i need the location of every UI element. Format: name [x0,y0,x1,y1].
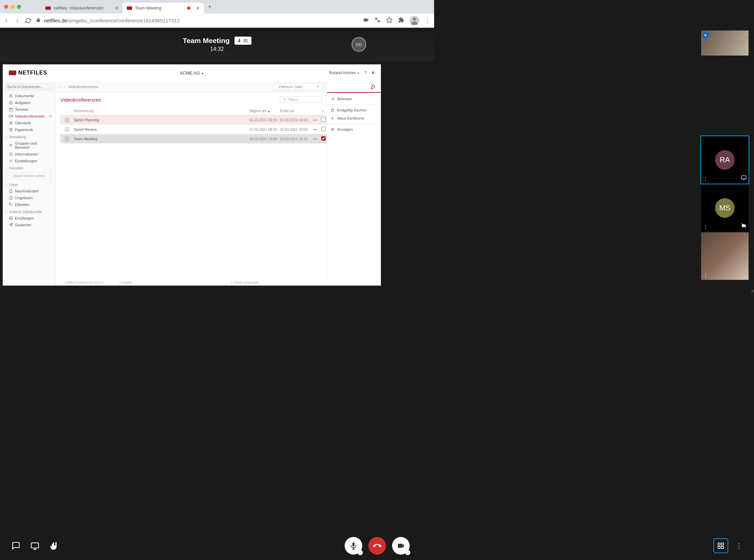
conference-timer: 14:32 [183,46,251,52]
col-name[interactable]: Bezeichnung [60,109,250,113]
translate-icon[interactable]: 文A [375,17,380,24]
svg-rect-7 [9,108,13,111]
close-tab-icon[interactable]: ✕ [115,5,119,11]
action-item[interactable]: Neue Konferenz [327,114,381,122]
profile-avatar[interactable] [410,16,419,25]
row-name: Sprint Planning [74,118,250,122]
tab-favicon [45,6,51,10]
sidebar-item[interactable]: Ungelesen [3,195,55,201]
row-menu-icon[interactable]: ••• [311,118,320,122]
sidebar-section[interactable]: Favoriten [3,164,55,171]
row-name: Sprint Review [74,127,250,132]
table-row[interactable]: Team Meeting03.03.2021 10:0003.03.2021 1… [60,134,327,144]
sidebar-item[interactable]: Aufgaben [3,99,55,106]
row-end: 15.03.2021 10:00 [280,127,311,132]
netfiles-logo[interactable]: NETFILES [9,70,47,76]
sidebar-item[interactable]: Videokonferenzen2 [3,113,55,120]
row-name: Team Meeting [74,137,250,141]
address-field[interactable]: netfiles.de/amgebu_/conference/conferenc… [36,18,358,23]
sidebar-section[interactable]: Externer Dateitransfer [3,208,55,215]
sidebar-item[interactable]: Dokumente [3,93,55,99]
status-bar: netfiles Professional v10.5.2 3 Objekte … [60,280,327,285]
user-menu[interactable]: Roland Ammer ▼ [329,71,360,75]
conference-title: Team Meeting [183,37,230,45]
row-menu-icon[interactable]: ••• [311,137,320,141]
svg-point-2 [413,17,416,20]
back-button[interactable] [3,18,9,24]
row-begin: 01.03.2021 09:30 [250,118,280,122]
sidebar-item[interactable]: Termine [3,106,55,113]
row-end: 03.03.2021 10:15 [280,137,311,141]
sidebar-item[interactable]: Empfangen [3,215,55,222]
browser-tab[interactable]: Team Meeting ✕ [123,3,204,14]
sidebar-item[interactable]: Übersicht [3,120,55,126]
participant-count-badge[interactable]: 4 [235,37,252,45]
breadcrumb-back-icon[interactable]: ‹ [60,85,61,89]
svg-point-9 [10,144,11,145]
help-icon[interactable]: ? [364,71,367,75]
action-item[interactable]: Anzeigen [327,125,381,134]
url-path: /amgebu_/conference/conference1614365117… [67,18,180,23]
col-begin[interactable]: Beginnt am ▲ [250,109,280,113]
browser-tab-bar: netfiles: Videokonferenzen ✕ Team Meetin… [0,0,434,14]
conference-icon [63,135,71,143]
max-window-btn[interactable] [17,5,21,9]
breadcrumb-forward-icon[interactable]: › [64,85,65,89]
sidebar-item[interactable]: Papierkorb [3,126,55,133]
camera-indicator-icon[interactable] [363,17,369,24]
sidebar-section[interactable]: Listen [3,181,55,188]
sidebar-item[interactable]: Neu/Geändert [3,188,55,195]
browser-tab[interactable]: netfiles: Videokonferenzen ✕ [41,3,123,14]
search-input[interactable] [5,83,53,91]
sidebar-item[interactable]: Gesendet [3,222,55,228]
svg-point-19 [66,138,68,139]
table-header: Bezeichnung Beginnt am ▲ Endet am ✓ [60,107,327,115]
breadcrumb[interactable]: Videokonferenzen [68,85,98,89]
svg-point-10 [11,144,12,145]
row-checkbox[interactable] [320,136,327,141]
sidebar-section[interactable]: Verwaltung [3,133,55,140]
conference-table: Bezeichnung Beginnt am ▲ Endet am ✓ Spri… [60,107,327,144]
timerange-select[interactable]: Zeitraum (alle)▼ [275,83,323,90]
close-tab-icon[interactable]: ✕ [196,5,200,11]
svg-point-4 [246,39,247,40]
extensions-icon[interactable] [398,17,404,24]
svg-text:A: A [378,20,379,22]
star-icon[interactable] [386,17,393,25]
sidebar-item[interactable]: Gruppen und Benutzer [3,140,55,151]
browser-menu-icon[interactable]: ⋮ [424,18,431,24]
svg-point-3 [244,39,245,40]
new-tab-button[interactable]: + [208,3,212,11]
table-row[interactable]: Sprint Review15.03.2021 09:3015.03.2021 … [60,125,327,134]
row-checkbox[interactable] [320,117,327,122]
svg-rect-6 [9,101,12,104]
min-window-btn[interactable] [11,5,15,9]
action-item[interactable]: Endgültig löschen [327,106,381,114]
svg-point-20 [332,129,333,130]
recording-indicator-icon [187,6,191,10]
table-row[interactable]: Sprint Planning01.03.2021 09:3001.03.202… [60,115,327,125]
row-begin: 03.03.2021 10:00 [250,137,280,141]
reload-button[interactable] [25,18,31,24]
conference-icon [63,125,71,134]
tab-label: Team Meeting [135,6,162,11]
app-version: netfiles Professional v10.5.2 [65,281,119,284]
close-app-icon[interactable]: ✕ [372,71,375,75]
row-checkbox[interactable] [320,127,327,132]
host-avatar[interactable]: HD [352,37,366,52]
sidebar-item[interactable]: Informationen [3,151,55,158]
breadcrumb-bar: ‹ › Videokonferenzen Zeitraum (alle)▼ [56,81,327,92]
col-end[interactable]: Endet am [280,109,311,113]
sidebar-item[interactable]: Etiketten [3,201,55,208]
col-check-icon[interactable]: ✓ [320,109,327,113]
actions-config[interactable] [327,81,381,92]
filter-input[interactable]: Filtern... [280,96,322,103]
favorites-drop-zone[interactable]: Objekt hierher ziehen [6,173,52,180]
close-window-btn[interactable] [4,5,8,9]
action-item[interactable]: Beitreten [327,95,381,103]
forward-button[interactable] [14,18,20,24]
org-selector[interactable]: ACME AG ▼ [180,71,204,76]
row-menu-icon[interactable]: ••• [311,127,320,132]
sidebar-item[interactable]: Einstellungen [3,158,55,164]
row-begin: 15.03.2021 09:30 [250,127,280,132]
